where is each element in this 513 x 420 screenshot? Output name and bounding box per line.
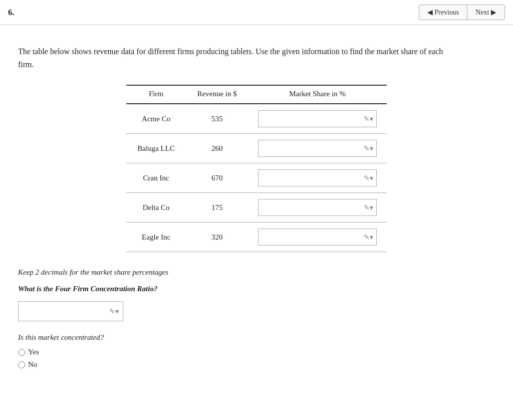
- market-share-input-wrapper-1[interactable]: ✎▾: [258, 140, 377, 157]
- edit-icon-0: ✎▾: [364, 115, 373, 123]
- cr-question: What is the Four Firm Concentration Rati…: [18, 285, 495, 293]
- cell-firm-0: Acme Co: [126, 104, 186, 134]
- cell-revenue-4: 320: [186, 223, 248, 252]
- cr-edit-icon: ✎▾: [109, 307, 119, 316]
- table-row: Cran Inc670✎▾: [126, 163, 387, 193]
- page-header: 6. ◀ Previous Next ▶: [0, 0, 513, 25]
- cell-firm-4: Eagle Inc: [126, 223, 186, 252]
- market-share-input-wrapper-3[interactable]: ✎▾: [258, 199, 377, 216]
- edit-icon-2: ✎▾: [364, 174, 373, 182]
- table-row: Acme Co535✎▾: [126, 104, 387, 134]
- question-text: The table below shows revenue data for d…: [18, 45, 459, 71]
- nav-buttons: ◀ Previous Next ▶: [419, 5, 505, 20]
- cell-market-share-4[interactable]: ✎▾: [248, 223, 387, 252]
- market-share-input-2[interactable]: [262, 174, 362, 182]
- market-question: Is this market concentrated?: [18, 333, 495, 342]
- radio-yes-input[interactable]: [18, 349, 25, 356]
- cell-market-share-2[interactable]: ✎▾: [248, 163, 387, 193]
- market-share-input-wrapper-2[interactable]: ✎▾: [258, 169, 377, 186]
- col-market-share: Market Share in %: [248, 85, 387, 104]
- table-row: Baluga LLC260✎▾: [126, 134, 387, 163]
- cell-market-share-1[interactable]: ✎▾: [248, 134, 387, 163]
- question-number: 6.: [8, 8, 15, 18]
- cr-input-wrapper[interactable]: ✎▾: [18, 301, 123, 321]
- col-firm: Firm: [126, 85, 186, 104]
- table-wrapper: Firm Revenue in $ Market Share in % Acme…: [18, 85, 495, 252]
- cell-revenue-1: 260: [186, 134, 248, 163]
- edit-icon-4: ✎▾: [364, 233, 373, 242]
- cell-firm-1: Baluga LLC: [126, 134, 186, 163]
- cell-firm-2: Cran Inc: [126, 163, 186, 193]
- radio-no[interactable]: No: [18, 360, 495, 369]
- market-share-input-0[interactable]: [262, 115, 362, 123]
- market-share-input-wrapper-0[interactable]: ✎▾: [258, 110, 377, 127]
- main-content: The table below shows revenue data for d…: [0, 25, 513, 391]
- market-share-input-wrapper-4[interactable]: ✎▾: [258, 229, 377, 246]
- cell-market-share-3[interactable]: ✎▾: [248, 193, 387, 223]
- table-row: Eagle Inc320✎▾: [126, 223, 387, 252]
- radio-no-input[interactable]: [18, 361, 25, 368]
- market-share-input-4[interactable]: [262, 233, 362, 242]
- col-revenue: Revenue in $: [186, 85, 248, 104]
- radio-yes[interactable]: Yes: [18, 348, 495, 356]
- market-share-input-3[interactable]: [262, 203, 362, 212]
- cr-input[interactable]: [23, 307, 107, 316]
- cell-revenue-0: 535: [186, 104, 248, 134]
- radio-yes-label: Yes: [28, 348, 39, 356]
- edit-icon-3: ✎▾: [364, 203, 373, 212]
- cell-firm-3: Delta Co: [126, 193, 186, 223]
- data-table: Firm Revenue in $ Market Share in % Acme…: [126, 85, 387, 252]
- market-share-input-1[interactable]: [262, 144, 362, 153]
- cell-market-share-0[interactable]: ✎▾: [248, 104, 387, 134]
- radio-no-label: No: [28, 360, 37, 369]
- edit-icon-1: ✎▾: [364, 144, 373, 153]
- previous-button[interactable]: ◀ Previous: [419, 5, 467, 20]
- cell-revenue-2: 670: [186, 163, 248, 193]
- instruction-text: Keep 2 decimals for the market share per…: [18, 268, 495, 277]
- table-row: Delta Co175✎▾: [126, 193, 387, 223]
- cell-revenue-3: 175: [186, 193, 248, 223]
- next-button[interactable]: Next ▶: [467, 5, 505, 20]
